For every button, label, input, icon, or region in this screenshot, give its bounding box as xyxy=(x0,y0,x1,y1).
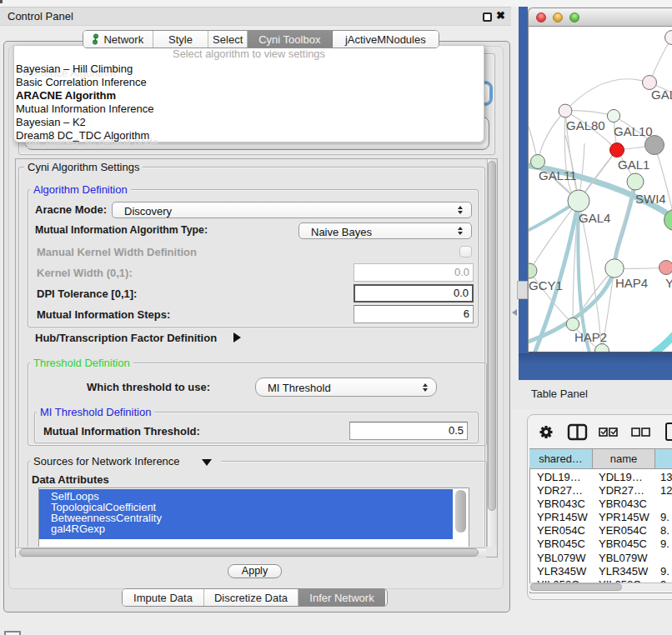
svg-text:GAL10: GAL10 xyxy=(614,124,653,138)
svg-text:GAL: GAL xyxy=(651,88,672,102)
svg-text:GCY1: GCY1 xyxy=(529,278,563,292)
svg-text:Y: Y xyxy=(665,276,672,290)
svg-text:HAP4: HAP4 xyxy=(615,276,648,290)
svg-text:SWI4: SWI4 xyxy=(635,192,666,206)
svg-text:GAL4: GAL4 xyxy=(579,211,610,225)
svg-text:GAL1: GAL1 xyxy=(618,158,649,172)
svg-text:GAL80: GAL80 xyxy=(566,118,605,132)
svg-text:GAL11: GAL11 xyxy=(539,168,577,182)
svg-text:HAP2: HAP2 xyxy=(574,330,607,344)
